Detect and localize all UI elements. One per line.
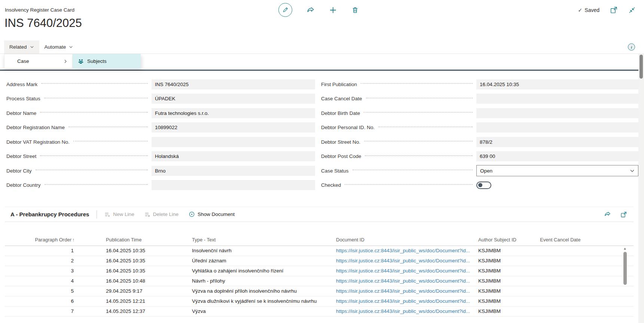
document-link[interactable]: https://isir.justice.cz:8443/isir_public…: [336, 258, 470, 263]
publication-time-cell[interactable]: 14.05.2025 12:21: [103, 296, 189, 306]
delete-button[interactable]: [351, 6, 359, 14]
page-scrollbar-thumb[interactable]: [640, 55, 643, 79]
column-publication-time[interactable]: Publication Time: [103, 234, 189, 246]
column-author-subject-id[interactable]: Author Subject ID: [475, 234, 537, 246]
field-label: Case Status: [321, 168, 349, 174]
form-field-row: Address Mark INS 7640/2025: [5, 77, 315, 92]
author-subject-id-cell[interactable]: KSJIMBM: [475, 306, 537, 316]
check-icon: ✓: [578, 7, 583, 13]
table-scrollbar[interactable]: ▲: [622, 247, 628, 299]
share-button[interactable]: [306, 6, 315, 14]
collapse-button[interactable]: [628, 6, 636, 14]
new-line-button[interactable]: New Line: [104, 211, 134, 217]
column-document-id[interactable]: Document ID: [333, 234, 475, 246]
table-row[interactable]: → 5 ⋮ 29.04.2025 9:17 Výzva na doplnění …: [5, 286, 634, 296]
table-row[interactable]: → 6 ⋮ 14.05.2025 12:21 Výzva dlužníkovi …: [5, 296, 634, 306]
paragraph-order-value[interactable]: 7: [71, 308, 74, 314]
delete-line-icon: [144, 211, 150, 217]
publication-time-cell[interactable]: 29.04.2025 9:17: [103, 286, 189, 296]
document-link[interactable]: https://isir.justice.cz:8443/isir_public…: [336, 248, 470, 253]
show-document-button[interactable]: Show Document: [189, 211, 235, 217]
table-row[interactable]: → 4 ⋮ 16.04.2025 10:48 Návrh - přílohy h…: [5, 276, 634, 286]
page-scrollbar[interactable]: [638, 53, 644, 323]
column-paragraph-order[interactable]: Paragraph Order↑: [20, 234, 76, 246]
table-row[interactable]: → 2 ⋮ 16.04.2025 10:35 Úřední záznam htt…: [5, 256, 634, 266]
author-subject-id-cell[interactable]: KSJIMBM: [475, 286, 537, 296]
field-value[interactable]: INS 7640/2025: [152, 79, 315, 89]
field-value[interactable]: Futra technologies s.r.o.: [152, 108, 315, 118]
menu-bar: Related Automate i: [0, 40, 638, 54]
author-subject-id-cell[interactable]: KSJIMBM: [475, 296, 537, 306]
publication-time-cell[interactable]: 16.04.2025 10:35: [103, 246, 189, 256]
paragraph-order-value[interactable]: 2: [71, 258, 74, 263]
author-subject-id-cell[interactable]: KSJIMBM: [475, 276, 537, 286]
type-text-cell[interactable]: Výzva na doplnění příloh insolvenčního n…: [189, 286, 333, 296]
publication-time-cell[interactable]: 14.05.2025 12:37: [103, 306, 189, 316]
field-value[interactable]: Holandská: [152, 151, 315, 161]
trash-icon: [351, 6, 359, 14]
table-row[interactable]: → 3 ⋮ 16.04.2025 10:35 Vyhláška o zaháje…: [5, 266, 634, 276]
field-value[interactable]: 878/2: [476, 137, 638, 147]
info-icon[interactable]: i: [628, 43, 635, 51]
field-value[interactable]: [152, 180, 315, 190]
publication-time-cell[interactable]: 16.04.2025 10:48: [103, 276, 189, 286]
dropdown-item-subjects[interactable]: Subjects: [73, 54, 141, 68]
field-label: Debtor Name: [5, 110, 36, 116]
form-field-row: Debtor Street No. 878/2: [321, 135, 638, 149]
field-value[interactable]: [152, 137, 315, 147]
type-text-cell[interactable]: Návrh - přílohy: [189, 276, 333, 286]
field-value[interactable]: [476, 122, 638, 132]
field-value[interactable]: Brno: [152, 166, 315, 176]
field-value[interactable]: 10899022: [152, 122, 315, 132]
document-link[interactable]: https://isir.justice.cz:8443/isir_public…: [336, 288, 470, 294]
part-open-in-new-window-button[interactable]: [620, 211, 627, 218]
dropdown-item-case[interactable]: Case: [4, 54, 73, 68]
table-row[interactable]: → 7 ⋮ 14.05.2025 12:37 Výzva https://isi…: [5, 306, 634, 316]
paragraph-order-value[interactable]: 5: [71, 288, 74, 294]
type-text-cell[interactable]: Výzva: [189, 306, 333, 316]
author-subject-id-cell[interactable]: KSJIMBM: [475, 266, 537, 276]
save-status-label: Saved: [585, 7, 599, 13]
case-status-select[interactable]: Open: [476, 165, 638, 176]
event-cancel-date-cell: [537, 296, 634, 306]
publication-time-cell[interactable]: 16.04.2025 10:35: [103, 256, 189, 266]
table-scrollbar-thumb[interactable]: [623, 252, 627, 285]
form-field-row: First Publication 16.04.2025 10:35: [321, 77, 638, 92]
plus-icon: [329, 6, 337, 14]
type-text-cell[interactable]: Insolvenční návrh: [189, 246, 333, 256]
paragraph-order-value[interactable]: 4: [71, 278, 74, 284]
publication-time-cell[interactable]: 16.04.2025 10:35: [103, 266, 189, 276]
part-share-button[interactable]: [604, 211, 611, 218]
scroll-up-icon[interactable]: ▲: [623, 247, 627, 250]
field-value[interactable]: [476, 108, 638, 118]
type-text-cell[interactable]: Výzva dlužníkovi k vyjádření se k insolv…: [189, 296, 333, 306]
dotted-leader: [352, 170, 473, 170]
paragraph-order-value[interactable]: 1: [71, 248, 74, 253]
event-cancel-date-cell: [537, 256, 634, 266]
field-value[interactable]: 16.04.2025 10:35: [476, 79, 638, 89]
page-title: INS 7640/2025: [4, 16, 82, 30]
document-link[interactable]: https://isir.justice.cz:8443/isir_public…: [336, 268, 470, 274]
document-link[interactable]: https://isir.justice.cz:8443/isir_public…: [336, 308, 470, 314]
field-value[interactable]: [476, 94, 638, 104]
edit-button[interactable]: [278, 3, 292, 17]
type-text-cell[interactable]: Úřední záznam: [189, 256, 333, 266]
menu-related[interactable]: Related: [4, 40, 39, 54]
field-value[interactable]: ÚPADEK: [152, 94, 315, 104]
author-subject-id-cell[interactable]: KSJIMBM: [475, 246, 537, 256]
menu-automate[interactable]: Automate: [39, 40, 79, 54]
open-in-new-window-button[interactable]: [610, 6, 618, 14]
paragraph-order-value[interactable]: 3: [71, 268, 74, 274]
delete-line-button[interactable]: Delete Line: [144, 211, 178, 217]
type-text-cell[interactable]: Vyhláška o zahájení insolvenčního řízení: [189, 266, 333, 276]
checked-toggle[interactable]: [476, 182, 491, 189]
document-link[interactable]: https://isir.justice.cz:8443/isir_public…: [336, 278, 470, 284]
table-row[interactable]: → 1 ⋮ 16.04.2025 10:35 Insolvenční návrh…: [5, 246, 634, 256]
author-subject-id-cell[interactable]: KSJIMBM: [475, 256, 537, 266]
column-event-cancel-date[interactable]: Event Cancel Date: [537, 234, 634, 246]
add-button[interactable]: [329, 6, 337, 14]
column-type-text[interactable]: Type - Text: [189, 234, 333, 246]
paragraph-order-value[interactable]: 6: [71, 298, 74, 304]
field-value[interactable]: 639 00: [476, 151, 638, 161]
document-link[interactable]: https://isir.justice.cz:8443/isir_public…: [336, 298, 470, 304]
